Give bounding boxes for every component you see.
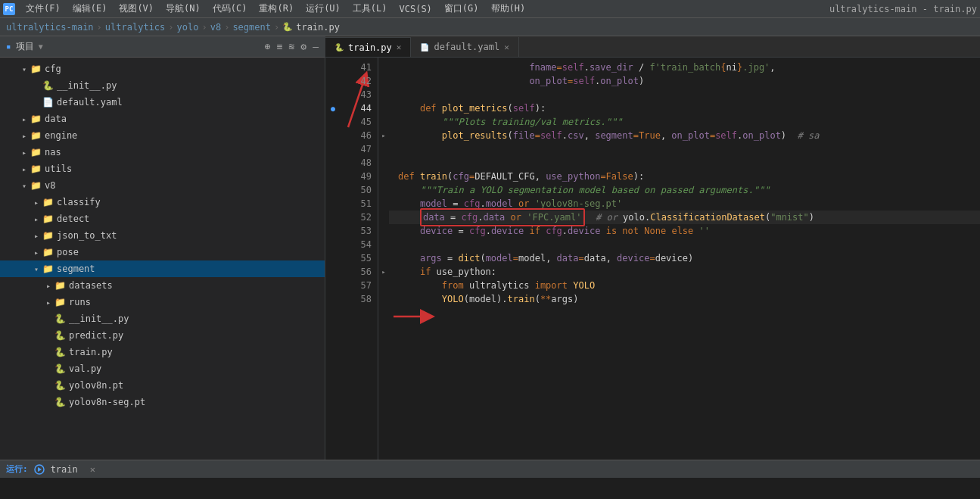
fold-55: [378, 251, 389, 265]
ln-46: 46: [341, 129, 372, 142]
code-line-57: from ultralytics import YOLO: [389, 279, 980, 292]
tab-default-yaml[interactable]: 📄 default.yaml ✕: [411, 37, 518, 57]
menu-help[interactable]: 帮助(H): [485, 1, 532, 17]
ln-42: 42: [341, 74, 372, 88]
fold-46[interactable]: ▸: [378, 129, 389, 142]
sidebar-title: ▪ 项目 ▼: [6, 40, 43, 53]
run-filename: train: [51, 464, 78, 475]
sidebar-item-engine[interactable]: ▸ 📁 engine: [0, 127, 325, 144]
menu-vcs[interactable]: VCS(S): [394, 2, 438, 16]
sidebar-item-cfg[interactable]: ▾ 📁 cfg: [0, 61, 325, 77]
sidebar-item-datasets[interactable]: ▸ 📁 datasets: [0, 277, 325, 294]
py-icon: 🐍: [54, 313, 66, 324]
sidebar-sort-icon[interactable]: ≋: [289, 41, 295, 52]
gutter-49: [325, 170, 341, 183]
fold-52: [378, 211, 389, 224]
sidebar-item-v8[interactable]: ▾ 📁 v8: [0, 177, 325, 194]
sidebar-locate-icon[interactable]: ⊕: [265, 41, 271, 52]
close-tab-train[interactable]: ✕: [397, 42, 402, 52]
tab-train-py[interactable]: 🐍 train.py ✕: [325, 37, 411, 57]
code-line-44: def plot_metrics(self):: [389, 101, 980, 115]
folder-icon: 📁: [30, 64, 42, 74]
menubar: PC 文件(F) 编辑(E) 视图(V) 导航(N) 代码(C) 重构(R) 运…: [0, 0, 980, 18]
breadcrumb-ultralytics[interactable]: ultralytics: [105, 22, 165, 33]
menu-run[interactable]: 运行(U): [300, 1, 347, 17]
folder-icon: 📁: [42, 264, 54, 274]
ln-55: 55: [341, 251, 372, 265]
menu-view[interactable]: 视图(V): [113, 1, 160, 17]
folder-icon: 📁: [42, 214, 54, 224]
sidebar-settings-icon[interactable]: ⚙: [300, 41, 306, 52]
gutter-56: [325, 265, 341, 279]
menu-file[interactable]: 文件(F): [20, 1, 67, 17]
menu-window[interactable]: 窗口(G): [438, 1, 485, 17]
code-line-41: fname=self.save_dir / f'train_batch{ni}.…: [389, 61, 980, 74]
sidebar-item-init-cfg[interactable]: 🐍 __init__.py: [0, 77, 325, 94]
app-icon: PC: [3, 3, 15, 15]
fold-47: [378, 142, 389, 156]
fold-57: [378, 279, 389, 292]
main-layout: ▪ 项目 ▼ ⊕ ≡ ≋ ⚙ — ▾ 📁 cfg: [0, 36, 980, 460]
breadcrumb-root[interactable]: ultralytics-main: [6, 22, 94, 33]
breadcrumb-sep-5: ›: [274, 22, 279, 33]
code-line-49: def train(cfg=DEFAULT_CFG, use_python=Fa…: [389, 170, 980, 183]
menu-code[interactable]: 代码(C): [207, 1, 254, 17]
sidebar-item-predict[interactable]: 🐍 predict.py: [0, 327, 325, 344]
sidebar-actions: ⊕ ≡ ≋ ⚙ —: [265, 41, 319, 52]
sidebar-item-pose[interactable]: ▸ 📁 pose: [0, 244, 325, 260]
breadcrumb-yolo[interactable]: yolo: [177, 22, 199, 33]
code-content[interactable]: fname=self.save_dir / f'train_batch{ni}.…: [389, 58, 980, 460]
line-numbers: 41 42 43 44 45 46 47 48 49 50 51 52 53 5…: [341, 58, 378, 460]
sidebar-item-yolov8n-seg[interactable]: 🐍 yolov8n-seg.pt: [0, 394, 325, 410]
code-line-42: on_plot=self.on_plot): [389, 74, 980, 88]
sidebar-collapse-icon[interactable]: ≡: [277, 41, 283, 52]
code-line-43: [389, 88, 980, 101]
yaml-icon: 📄: [42, 97, 54, 108]
sidebar-item-train[interactable]: 🐍 train.py: [0, 344, 325, 360]
code-line-48: [389, 156, 980, 170]
fold-58: [378, 292, 389, 306]
sidebar-hide-icon[interactable]: —: [313, 41, 319, 52]
sidebar-item-detect[interactable]: ▸ 📁 detect: [0, 211, 325, 227]
fold-49: [378, 170, 389, 183]
sidebar-item-nas[interactable]: ▸ 📁 nas: [0, 144, 325, 161]
close-run-bar[interactable]: ✕: [90, 464, 95, 475]
close-tab-yaml[interactable]: ✕: [504, 42, 509, 52]
code-container: ● 41 42: [325, 58, 980, 460]
sidebar-item-segment[interactable]: ▾ 📁 segment: [0, 260, 325, 277]
sidebar-item-default-yaml[interactable]: 📄 default.yaml: [0, 94, 325, 111]
fold-48: [378, 156, 389, 170]
menu-refactor[interactable]: 重构(R): [253, 1, 300, 17]
window-title: ultralytics-main - train.py: [829, 4, 977, 14]
folder-icon: 📁: [30, 164, 42, 174]
menu-edit[interactable]: 编辑(E): [67, 1, 114, 17]
folder-icon: 📁: [54, 297, 66, 307]
breadcrumb-sep-4: ›: [224, 22, 229, 33]
sidebar-item-yolov8n[interactable]: 🐍 yolov8n.pt: [0, 377, 325, 394]
ln-50: 50: [341, 183, 372, 197]
sidebar-item-val[interactable]: 🐍 val.py: [0, 360, 325, 377]
code-line-47: [389, 142, 980, 156]
fold-51: [378, 197, 389, 211]
sidebar-item-runs[interactable]: ▸ 📁 runs: [0, 294, 325, 310]
fold-56[interactable]: ▸: [378, 265, 389, 279]
sidebar-item-classify[interactable]: ▸ 📁 classify: [0, 194, 325, 211]
breadcrumb-v8[interactable]: v8: [210, 22, 221, 33]
sidebar-item-utils[interactable]: ▸ 📁 utils: [0, 161, 325, 177]
gutter-48: [325, 156, 341, 170]
fold-44: [378, 101, 389, 115]
sidebar-tree: ▾ 📁 cfg 🐍 __init__.py 📄 default.yaml ▸: [0, 58, 325, 460]
sidebar-item-json-to-txt[interactable]: ▸ 📁 json_to_txt: [0, 227, 325, 244]
gutter-46: [325, 129, 341, 142]
breadcrumb-segment[interactable]: segment: [232, 22, 271, 33]
gutter-47: [325, 142, 341, 156]
breadcrumb-file: 🐍 train.py: [282, 22, 340, 33]
fold-43: [378, 88, 389, 101]
sidebar-header: ▪ 项目 ▼ ⊕ ≡ ≋ ⚙ —: [0, 36, 325, 58]
sidebar-item-init-seg[interactable]: 🐍 __init__.py: [0, 310, 325, 327]
editor-wrapper: 🐍 train.py ✕ 📄 default.yaml ✕ ●: [325, 36, 980, 460]
pt-icon: 🐍: [54, 397, 66, 407]
menu-nav[interactable]: 导航(N): [160, 1, 207, 17]
menu-tools[interactable]: 工具(L): [347, 1, 394, 17]
sidebar-item-data[interactable]: ▸ 📁 data: [0, 111, 325, 127]
